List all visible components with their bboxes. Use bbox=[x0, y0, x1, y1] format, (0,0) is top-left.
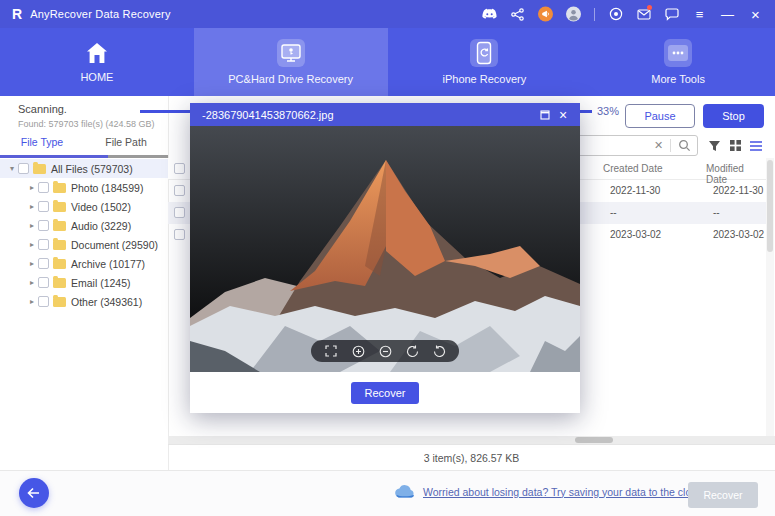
tree-item-other[interactable]: ▸ Other (349361) bbox=[0, 292, 168, 311]
chevron-right-icon[interactable]: ▸ bbox=[26, 297, 38, 306]
column-created-date[interactable]: Created Date bbox=[603, 163, 662, 174]
chevron-right-icon[interactable]: ▸ bbox=[26, 183, 38, 192]
cell-created: 2022-11-30 bbox=[610, 185, 660, 196]
preview-file-name: -283679041453870662.jpg bbox=[202, 109, 536, 121]
app-logo-icon: R bbox=[12, 7, 22, 21]
cloud-backup-link[interactable]: Worried about losing data? Try saving yo… bbox=[423, 486, 703, 498]
minimize-button[interactable]: — bbox=[720, 7, 735, 22]
discord-icon[interactable] bbox=[482, 7, 497, 22]
tree-item-video[interactable]: ▸ Video (1502) bbox=[0, 197, 168, 216]
cell-modified: 2023-03-02 bbox=[713, 229, 764, 240]
tab-file-type[interactable]: File Type bbox=[0, 136, 84, 155]
grid-view-icon[interactable] bbox=[727, 137, 744, 154]
checkbox[interactable] bbox=[18, 163, 29, 174]
tree-item-audio[interactable]: ▸ Audio (3229) bbox=[0, 216, 168, 235]
app-window: R AnyRecover Data Recovery bbox=[0, 0, 775, 516]
tree-item-document[interactable]: ▸ Document (29590) bbox=[0, 235, 168, 254]
titlebar: R AnyRecover Data Recovery bbox=[0, 0, 775, 28]
chevron-right-icon[interactable]: ▸ bbox=[26, 221, 38, 230]
preview-recover-label: Recover bbox=[365, 387, 406, 399]
pause-button[interactable]: Pause bbox=[625, 104, 695, 128]
recover-label: Recover bbox=[703, 489, 742, 501]
maximize-icon[interactable] bbox=[536, 107, 554, 122]
cloud-icon bbox=[395, 485, 415, 498]
zoom-in-icon[interactable] bbox=[351, 344, 365, 358]
row-checkbox[interactable] bbox=[174, 229, 185, 240]
panel-divider bbox=[168, 96, 169, 470]
preview-modal-footer: Recover bbox=[190, 372, 580, 413]
bottom-bar: Worried about losing data? Try saving yo… bbox=[0, 470, 775, 516]
search-icon[interactable] bbox=[671, 138, 697, 153]
tree-label: Video (1502) bbox=[71, 201, 131, 213]
checkbox[interactable] bbox=[38, 296, 49, 307]
tab-more-tools-label: More Tools bbox=[651, 73, 705, 85]
tree-label: Photo (184599) bbox=[71, 182, 143, 194]
mail-icon[interactable] bbox=[636, 7, 651, 22]
tab-iphone-recovery[interactable]: iPhone Recovery bbox=[388, 28, 582, 96]
tree-item-email[interactable]: ▸ Email (1245) bbox=[0, 273, 168, 292]
folder-icon bbox=[53, 183, 66, 193]
chevron-right-icon[interactable]: ▸ bbox=[26, 240, 38, 249]
tree-item-archive[interactable]: ▸ Archive (10177) bbox=[0, 254, 168, 273]
chat-icon[interactable] bbox=[664, 7, 679, 22]
select-all-checkbox[interactable] bbox=[174, 163, 185, 174]
vertical-scrollbar[interactable] bbox=[766, 158, 774, 436]
list-view-icon[interactable] bbox=[747, 137, 764, 154]
checkbox[interactable] bbox=[38, 258, 49, 269]
tree-item-all-files[interactable]: ▾ All Files (579703) bbox=[0, 159, 168, 178]
close-button[interactable]: × bbox=[748, 7, 763, 22]
iphone-recovery-icon bbox=[470, 39, 498, 67]
scan-found-count: Found: 579703 file(s) (424.58 GB) bbox=[18, 119, 155, 129]
tab-more-tools[interactable]: More Tools bbox=[581, 28, 775, 96]
chevron-right-icon[interactable]: ▸ bbox=[26, 259, 38, 268]
tab-home[interactable]: HOME bbox=[0, 28, 194, 96]
preview-image bbox=[190, 126, 580, 372]
fullscreen-icon[interactable] bbox=[324, 344, 338, 358]
pc-recovery-icon bbox=[277, 39, 305, 67]
chevron-right-icon[interactable]: ▸ bbox=[26, 278, 38, 287]
checkbox[interactable] bbox=[38, 239, 49, 250]
sidebar-scrollbar[interactable] bbox=[108, 155, 168, 158]
account-icon[interactable] bbox=[566, 7, 581, 22]
checkbox[interactable] bbox=[38, 220, 49, 231]
horizontal-scrollbar[interactable] bbox=[168, 436, 775, 444]
rotate-right-icon[interactable] bbox=[432, 344, 446, 358]
menu-icon[interactable]: ≡ bbox=[692, 7, 707, 22]
chevron-down-icon[interactable]: ▾ bbox=[6, 164, 18, 173]
zoom-out-icon[interactable] bbox=[378, 344, 392, 358]
checkbox[interactable] bbox=[38, 277, 49, 288]
close-preview-icon[interactable]: × bbox=[554, 107, 572, 122]
tab-pc-hard-drive-recovery[interactable]: PC&Hard Drive Recovery bbox=[194, 28, 388, 96]
nav-bar: HOME PC&Hard Drive Recovery iPhone Recov… bbox=[0, 28, 775, 96]
rotate-left-icon[interactable] bbox=[405, 344, 419, 358]
share-icon[interactable] bbox=[510, 7, 525, 22]
chevron-right-icon[interactable]: ▸ bbox=[26, 202, 38, 211]
sidebar-tab-indicator bbox=[0, 155, 108, 158]
tree-label: Audio (3229) bbox=[71, 220, 131, 232]
image-toolbar bbox=[311, 340, 459, 362]
tab-file-path[interactable]: File Path bbox=[84, 136, 168, 155]
clear-icon[interactable]: ✕ bbox=[647, 139, 671, 152]
folder-icon bbox=[53, 297, 66, 307]
back-button[interactable] bbox=[19, 478, 49, 508]
cell-modified: -- bbox=[713, 207, 720, 218]
recover-button-disabled[interactable]: Recover bbox=[688, 482, 758, 508]
tab-iphone-label: iPhone Recovery bbox=[442, 73, 526, 85]
folder-icon bbox=[53, 259, 66, 269]
more-tools-icon bbox=[664, 39, 692, 67]
stop-button[interactable]: Stop bbox=[703, 104, 764, 128]
cloud-promo: Worried about losing data? Try saving yo… bbox=[395, 485, 703, 498]
scan-status: Scanning. bbox=[18, 103, 67, 115]
promo-icon[interactable] bbox=[538, 7, 553, 22]
checkbox[interactable] bbox=[38, 201, 49, 212]
tree-item-photo[interactable]: ▸ Photo (184599) bbox=[0, 178, 168, 197]
record-icon[interactable] bbox=[608, 7, 623, 22]
checkbox[interactable] bbox=[38, 182, 49, 193]
preview-recover-button[interactable]: Recover bbox=[351, 382, 419, 404]
home-icon bbox=[84, 41, 110, 65]
row-checkbox[interactable] bbox=[174, 207, 185, 218]
selection-status: 3 item(s), 826.57 KB bbox=[168, 444, 775, 470]
sidebar-tabs: File Type File Path bbox=[0, 136, 168, 155]
row-checkbox[interactable] bbox=[174, 185, 185, 196]
filter-icon[interactable] bbox=[706, 137, 723, 154]
